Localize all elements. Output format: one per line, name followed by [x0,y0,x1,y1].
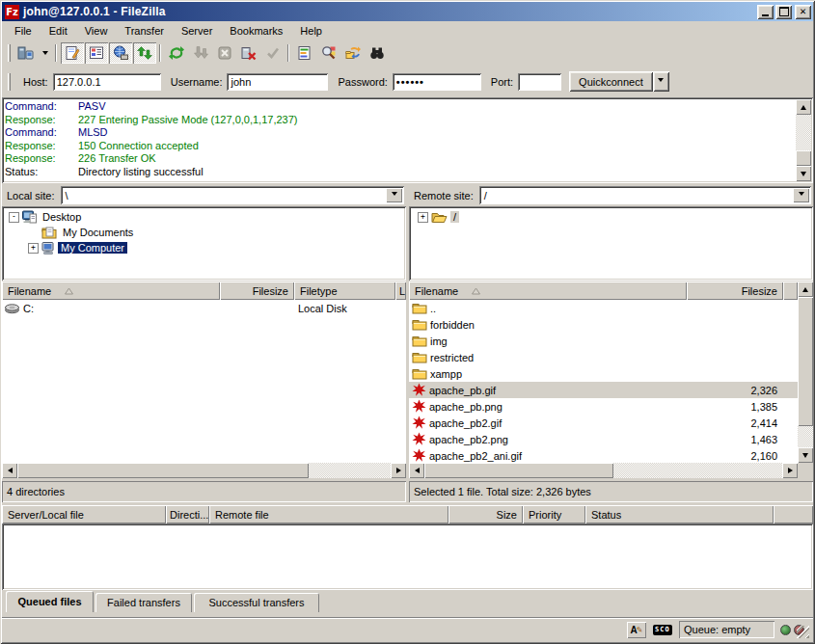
scroll-up-button[interactable] [798,282,813,297]
remote-file-row[interactable]: apache_pb.png 1,385 [409,398,798,415]
password-input[interactable] [393,73,481,91]
title-bar[interactable]: Fz john@127.0.0.1 - FileZilla ✕ [2,2,813,21]
directory-listing-filters-button[interactable] [293,42,316,64]
scrollbar-thumb[interactable] [796,150,811,166]
scrollbar-track[interactable] [309,463,391,478]
refresh-button[interactable] [165,42,188,64]
tab-failed-transfers[interactable]: Failed transfers [95,593,192,612]
remote-folder-row[interactable]: xampp [409,365,798,382]
remote-folder-row[interactable]: img [409,333,798,349]
menu-edit[interactable]: Edit [41,23,76,39]
menu-file[interactable]: File [6,23,41,39]
synchronized-browsing-button[interactable] [341,42,365,64]
column-remote-file[interactable]: Remote file [209,505,448,523]
remote-file-row[interactable]: apache_pb2.gif 2,414 [409,415,798,431]
collapse-icon[interactable]: - [9,212,19,223]
find-files-button[interactable] [366,42,389,64]
local-file-row[interactable]: C: Local Disk [2,300,406,316]
remote-site-combo[interactable]: / [479,186,811,204]
tree-item-desktop[interactable]: - Desktop [2,209,406,225]
column-filesize[interactable]: Filesize [687,282,783,300]
scroll-up-button[interactable] [796,99,811,115]
column-spacer [774,505,813,523]
column-last-modified[interactable]: L [395,282,406,300]
menu-transfer[interactable]: Transfer [116,23,173,39]
column-filesize[interactable]: Filesize [220,282,294,300]
column-filetype[interactable]: Filetype [294,282,395,300]
scrollbar-track[interactable] [613,463,782,478]
host-input[interactable] [53,73,161,91]
remote-file-row[interactable]: apache_pb2_ani.gif 2,160 [409,447,798,463]
maximize-button[interactable] [775,5,792,19]
tab-queued-files[interactable]: Queued files [6,591,94,612]
column-server-local-file[interactable]: Server/Local file [2,505,166,523]
remote-folder-row[interactable]: .. [409,300,798,316]
local-site-combo-dropdown[interactable] [386,188,402,202]
disconnect-button[interactable] [237,42,260,64]
local-site-combo[interactable]: \ [61,186,404,204]
tree-item-my-documents[interactable]: My Documents [2,225,406,240]
scroll-right-button[interactable] [782,463,798,478]
scrollbar-thumb[interactable] [17,463,309,478]
reconnect-button[interactable] [261,42,285,64]
scrollbar-thumb[interactable] [424,463,613,478]
cancel-operation-button[interactable] [213,42,236,64]
scrollbar-thumb[interactable] [798,297,813,426]
menu-bookmarks[interactable]: Bookmarks [221,23,291,39]
minimize-button[interactable] [757,5,774,19]
tree-item-label: Desktop [40,211,84,223]
directory-comparison-button[interactable] [317,42,340,64]
toolbar-separator [287,44,289,62]
tree-item-root[interactable]: + / [409,209,813,225]
remote-site-combo-dropdown[interactable] [793,188,809,202]
toggle-directory-trees-button[interactable] [109,42,132,64]
column-direction[interactable]: Directi... [166,505,209,523]
scroll-left-button[interactable] [409,463,424,478]
scroll-down-button[interactable] [796,166,811,181]
quickconnect-gripper [8,73,11,91]
toggle-site-panels-button[interactable] [85,42,108,64]
scrollbar-track[interactable] [796,115,811,150]
quickconnect-dropdown[interactable] [653,71,669,92]
site-manager-dropdown[interactable] [39,42,52,64]
menu-help[interactable]: Help [291,23,331,39]
remote-folder-row[interactable]: restricted [409,349,798,365]
menu-view[interactable]: View [76,23,117,39]
toggle-transfer-queue-button[interactable] [133,42,156,64]
column-status[interactable]: Status [585,505,774,523]
column-priority[interactable]: Priority [523,505,585,523]
process-queue-button[interactable] [189,42,212,64]
scroll-right-button[interactable] [391,463,406,478]
password-label: Password: [338,76,387,88]
tree-item-my-computer[interactable]: + My Computer [2,240,406,255]
scroll-down-button[interactable] [798,447,813,463]
local-list-hscrollbar[interactable] [2,463,406,478]
close-button[interactable]: ✕ [795,5,811,19]
scrollbar-track[interactable] [798,426,813,447]
transfer-queue-list[interactable] [2,523,813,590]
expand-icon[interactable]: + [28,243,39,254]
transfer-type-indicator[interactable]: A✎ [627,622,646,638]
site-manager-button[interactable] [14,42,38,64]
column-filename[interactable]: Filename [2,282,220,300]
remote-list-scrollbar[interactable] [798,282,813,463]
quickconnect-button[interactable]: Quickconnect [569,71,653,92]
menu-server[interactable]: Server [173,23,221,39]
toggle-message-log-button[interactable] [61,42,84,64]
column-size[interactable]: Size [448,505,523,523]
expand-icon[interactable]: + [418,212,428,223]
scroll-left-button[interactable] [2,463,17,478]
site-manager-icon [17,45,34,61]
tab-successful-transfers[interactable]: Successful transfers [194,593,319,612]
port-input[interactable] [518,73,561,91]
remote-folder-row[interactable]: forbidden [409,316,798,333]
remote-list-hscrollbar[interactable] [409,463,798,478]
remote-file-row[interactable]: apache_pb2.png 1,463 [409,431,798,447]
username-input[interactable] [227,73,328,91]
column-filename[interactable]: Filename [409,282,687,300]
remote-status-bar: Selected 1 file. Total size: 2,326 bytes [409,481,813,502]
remote-file-row-selected[interactable]: apache_pb.gif 2,326 [409,382,798,398]
resize-grip[interactable] [797,626,809,638]
toolbar-separator [55,44,57,62]
log-scrollbar[interactable] [796,99,811,181]
